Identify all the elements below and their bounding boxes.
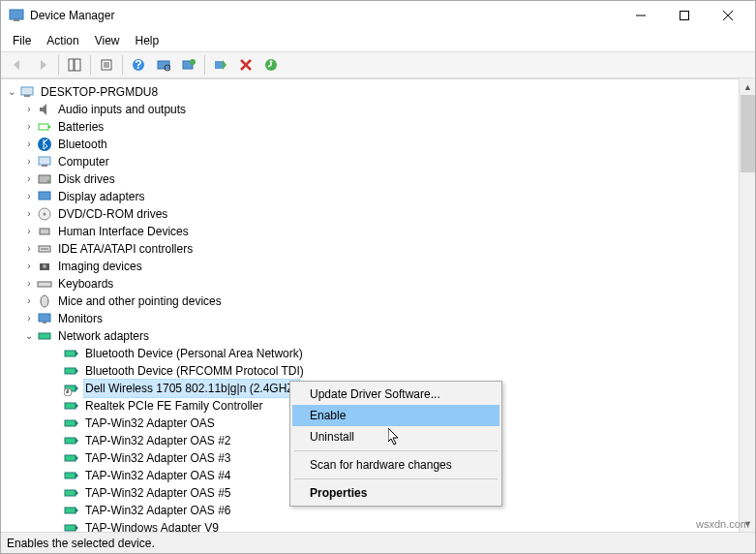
expand-icon[interactable]: › [22, 103, 36, 116]
category-label: Display adapters [56, 188, 146, 205]
uninstall-button[interactable] [234, 53, 257, 77]
expand-icon[interactable]: › [22, 294, 36, 308]
network-adapter-icon [64, 363, 79, 379]
category-label: DVD/CD-ROM drives [56, 205, 169, 223]
minimize-button[interactable] [619, 2, 662, 29]
svg-text:?: ? [135, 58, 141, 72]
scroll-up-button[interactable]: ▲ [740, 78, 756, 95]
network-adapter-icon [64, 416, 79, 431]
category-icon [37, 206, 52, 222]
expand-icon[interactable]: › [22, 138, 36, 151]
tree-category[interactable]: ›Keyboards [3, 275, 753, 292]
category-icon [37, 276, 52, 292]
menu-help[interactable]: Help [128, 32, 167, 49]
svg-rect-1 [14, 19, 19, 21]
tree-category[interactable]: ›Imaging devices [3, 258, 753, 275]
tree-root[interactable]: ⌄ DESKTOP-PRGMDU8 [3, 83, 753, 101]
category-icon [37, 171, 52, 187]
tree-category[interactable]: ›Batteries [3, 118, 753, 136]
status-text: Enables the selected device. [7, 537, 155, 550]
enable-button[interactable] [209, 53, 232, 77]
network-adapter-icon [64, 398, 79, 414]
svg-rect-39 [38, 282, 51, 287]
scrollbar-thumb[interactable] [741, 95, 755, 172]
svg-rect-27 [39, 157, 50, 165]
svg-point-17 [190, 59, 196, 65]
tree-category[interactable]: ›Mice and other pointing devices [3, 292, 753, 310]
device-label: Bluetooth Device (Personal Area Network) [83, 345, 305, 362]
category-icon [37, 224, 52, 239]
menu-separator [294, 450, 498, 451]
watermark: wsxdn.com [696, 518, 749, 530]
tree-category[interactable]: ›Bluetooth [3, 136, 753, 153]
properties-button[interactable] [95, 53, 118, 77]
menu-file[interactable]: File [5, 32, 39, 49]
tree-root-label: DESKTOP-PRGMDU8 [39, 83, 160, 101]
tree-category[interactable]: ›Human Interface Devices [3, 223, 753, 240]
tree-category[interactable]: ›Display adapters [3, 188, 753, 205]
ctx-properties[interactable]: Properties [292, 482, 499, 504]
expand-icon[interactable]: › [22, 120, 36, 134]
category-label: Batteries [56, 118, 106, 136]
toolbar: ? [1, 51, 755, 78]
device-label: TAP-Win32 Adapter OAS #3 [83, 449, 233, 467]
svg-rect-54 [65, 508, 76, 513]
tree-device[interactable]: TAP-Windows Adapter V9 [3, 519, 753, 532]
expand-icon[interactable]: › [22, 277, 36, 291]
ctx-uninstall[interactable]: Uninstall [292, 426, 499, 447]
vertical-scrollbar[interactable]: ▲ ▼ [739, 78, 755, 532]
back-button[interactable] [6, 53, 29, 77]
device-label: Bluetooth Device (RFCOMM Protocol TDI) [83, 362, 306, 380]
expand-icon[interactable]: › [22, 225, 36, 238]
tree-device[interactable]: Bluetooth Device (RFCOMM Protocol TDI) [3, 362, 753, 380]
expand-icon[interactable]: › [22, 242, 36, 256]
help-button[interactable]: ? [127, 53, 150, 77]
ctx-update-driver[interactable]: Update Driver Software... [292, 384, 499, 405]
menu-view[interactable]: View [87, 32, 128, 49]
svg-point-26 [38, 138, 51, 151]
svg-rect-42 [43, 322, 46, 323]
device-label: Dell Wireless 1705 802.11b|g|n (2.4GHZ) [83, 379, 300, 398]
network-adapter-icon [64, 503, 79, 518]
expand-icon[interactable]: › [22, 190, 36, 203]
expand-icon[interactable]: › [22, 260, 36, 273]
svg-point-40 [41, 295, 48, 307]
tree-device[interactable]: Bluetooth Device (Personal Area Network) [3, 345, 753, 362]
device-label: TAP-Win32 Adapter OAS #6 [83, 502, 233, 519]
ctx-enable[interactable]: Enable [292, 405, 499, 426]
update-driver-button[interactable] [177, 53, 200, 77]
category-label: Audio inputs and outputs [56, 101, 188, 118]
svg-rect-3 [680, 12, 688, 20]
tree-category[interactable]: ›Disk drives [3, 170, 753, 188]
tree-category[interactable]: ›Audio inputs and outputs [3, 101, 753, 118]
tree-category[interactable]: ›Computer [3, 153, 753, 170]
ctx-scan[interactable]: Scan for hardware changes [292, 454, 499, 476]
maximize-button[interactable] [662, 2, 706, 29]
computer-icon [19, 84, 35, 100]
svg-rect-24 [39, 124, 48, 130]
category-label: Mice and other pointing devices [56, 292, 224, 310]
scan-hardware-button[interactable] [152, 53, 175, 77]
refresh-button[interactable] [259, 53, 283, 77]
toolbar-separator [204, 55, 205, 75]
category-label: Network adapters [56, 327, 151, 345]
tree-category[interactable]: ›IDE ATA/ATAPI controllers [3, 240, 753, 258]
show-hide-tree-button[interactable] [63, 53, 86, 77]
network-adapter-icon [64, 485, 79, 501]
tree-category[interactable]: ›DVD/CD-ROM drives [3, 205, 753, 223]
expand-icon[interactable]: › [22, 172, 36, 186]
forward-button[interactable] [31, 53, 54, 77]
tree-category[interactable]: ›Monitors [3, 310, 753, 327]
collapse-icon[interactable]: ⌄ [22, 329, 36, 343]
close-button[interactable] [706, 2, 749, 29]
network-adapter-icon [64, 433, 79, 448]
network-adapter-icon [64, 520, 79, 532]
menu-action[interactable]: Action [39, 32, 86, 49]
collapse-icon[interactable]: ⌄ [5, 85, 18, 99]
svg-rect-18 [215, 61, 223, 69]
expand-icon[interactable]: › [22, 155, 36, 169]
expand-icon[interactable]: › [22, 312, 36, 325]
svg-rect-22 [21, 87, 33, 95]
tree-category[interactable]: ⌄Network adapters [3, 327, 753, 345]
expand-icon[interactable]: › [22, 207, 36, 221]
